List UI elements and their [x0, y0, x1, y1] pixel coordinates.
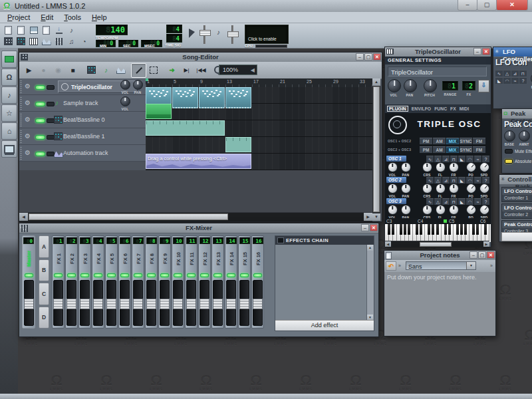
undo-button[interactable]: ↶: [386, 261, 396, 271]
channel-led[interactable]: [200, 273, 209, 277]
sidebar-instruments-button[interactable]: [1, 51, 17, 68]
waveform-button[interactable]: ?: [482, 156, 489, 162]
channel-fader[interactable]: [226, 280, 236, 326]
fx-channel-strip[interactable]: 4 FX 4: [92, 235, 104, 329]
waveform-button[interactable]: △: [434, 198, 442, 205]
track-grip[interactable]: [20, 80, 22, 93]
effects-chain-list[interactable]: ▲ ▼: [275, 245, 374, 321]
volume-knob[interactable]: [388, 79, 401, 92]
waveform-button[interactable]: ⊓: [450, 198, 458, 205]
tab-func[interactable]: FUNC: [434, 106, 447, 111]
channel-fader[interactable]: [80, 280, 90, 326]
song-editor-titlebar[interactable]: Song-Editor – ▢ ✕: [19, 53, 382, 63]
channel-fader[interactable]: [200, 280, 209, 326]
fader-handle[interactable]: [53, 299, 63, 309]
instrument-titlebar[interactable]: TripleOscillator – ✕: [385, 47, 491, 57]
keyboard-keys[interactable]: [385, 224, 491, 242]
minimize-button[interactable]: –: [458, 0, 477, 11]
mod-mode-button[interactable]: SYNC: [460, 138, 472, 144]
track-row-sample[interactable]: ⚙ ♪ Sample track VOL: [19, 95, 146, 112]
mod-mode-button[interactable]: SYNC: [460, 146, 472, 153]
menu-project[interactable]: Project: [3, 13, 35, 22]
notes-maximize-button[interactable]: ▢: [478, 251, 486, 259]
track-gear-icon[interactable]: ⚙: [25, 116, 31, 123]
channel-fader[interactable]: [160, 280, 170, 326]
toggle-controller-rack-button[interactable]: ◔: [78, 36, 90, 47]
scroll-left-icon[interactable]: ◀: [385, 241, 391, 247]
instrument-minimize-button[interactable]: –: [473, 48, 481, 55]
osc-coarse-knob[interactable]: [422, 205, 432, 215]
toggle-automation-editor-button[interactable]: [41, 36, 52, 47]
fx-channel-strip[interactable]: 8 FX 8: [145, 235, 158, 329]
hscroll-thumb[interactable]: [29, 213, 228, 220]
waveform-button[interactable]: ⊿: [442, 177, 450, 184]
fader-handle[interactable]: [120, 299, 130, 309]
new-project-button[interactable]: [3, 25, 14, 35]
fader-handle[interactable]: [200, 299, 209, 309]
channel-led[interactable]: [187, 273, 196, 277]
track-mute-led[interactable]: [35, 152, 45, 156]
open-project-button[interactable]: [15, 25, 27, 35]
channel-fader[interactable]: [239, 280, 249, 326]
mod-mode-button[interactable]: AM: [433, 138, 446, 144]
fader-handle[interactable]: [173, 299, 183, 309]
sample-segment[interactable]: [146, 104, 172, 119]
automation-segment[interactable]: Drag a control while pressing <Ctrl>: [146, 154, 251, 169]
track-row-automation[interactable]: ⚙ Automation track: [19, 145, 146, 162]
track-grip[interactable]: [20, 96, 22, 110]
group-d-button[interactable]: D: [39, 307, 49, 329]
track-volume-knob[interactable]: [120, 80, 130, 90]
app-titlebar[interactable]: Ω Untitled - LMMS 1.0.2 – ▢ ✕: [0, 0, 532, 13]
fx-channel-display[interactable]: 2: [462, 81, 475, 90]
fx-channel-strip[interactable]: 1 FX 1: [52, 235, 65, 329]
channel-led[interactable]: [67, 273, 76, 277]
fx-channel-strip[interactable]: 11 FX 11: [185, 235, 198, 329]
toggle-song-editor-button[interactable]: [3, 36, 14, 47]
pattern-lane[interactable]: Drag a control while pressing <Ctrl>: [146, 154, 372, 170]
osc-finel-knob[interactable]: [436, 205, 446, 215]
toggle-piano-roll-button[interactable]: [28, 36, 39, 47]
osc-vol-knob[interactable]: [388, 162, 398, 172]
overflow-chevron-icon[interactable]: »: [398, 263, 401, 268]
fader-handle[interactable]: [93, 299, 103, 309]
sidebar-favorites-button[interactable]: ☆: [1, 104, 17, 122]
track-solo-toggle[interactable]: [47, 152, 55, 156]
tab-midi[interactable]: MIDI: [460, 106, 469, 111]
export-project-button[interactable]: [41, 25, 52, 35]
fx-mixer-close-button[interactable]: ✕: [370, 224, 378, 231]
waveform-button[interactable]: ⊿: [511, 70, 519, 76]
osc-pan-knob[interactable]: [401, 205, 411, 215]
channel-fader[interactable]: [133, 280, 143, 326]
effects-chain-checkbox[interactable]: [277, 237, 284, 243]
track-row-bb1[interactable]: ⚙ Beat/Bassline 1: [19, 128, 146, 145]
sidebar-computer-button[interactable]: [1, 140, 17, 158]
channel-fader[interactable]: [53, 280, 63, 326]
osc-vol-knob[interactable]: [388, 205, 398, 215]
menu-tools[interactable]: Tools: [59, 13, 86, 22]
waveform-button[interactable]: ⊿: [442, 156, 450, 162]
pattern-lane[interactable]: [146, 87, 372, 104]
waveform-button[interactable]: ◣: [458, 198, 466, 205]
controller-item[interactable]: LFO ControllerController 1: [501, 187, 532, 202]
draw-mode-button[interactable]: [131, 63, 146, 78]
scroll-down-icon[interactable]: ▼: [372, 213, 380, 221]
notes-minimize-button[interactable]: –: [469, 251, 477, 259]
channel-led[interactable]: [107, 273, 116, 277]
save-preset-button[interactable]: ⇩: [478, 80, 489, 92]
track-grip[interactable]: [20, 146, 22, 160]
osc-finer-knob[interactable]: [449, 184, 459, 194]
mod-mode-button[interactable]: PM: [420, 146, 432, 153]
tab-fx[interactable]: FX: [450, 106, 456, 111]
waveform-button[interactable]: ≈: [511, 77, 519, 84]
fader-handle[interactable]: [133, 299, 143, 309]
track-mute-led[interactable]: [35, 118, 45, 123]
effects-chain-scrollbar[interactable]: ▲ ▼: [366, 245, 374, 321]
channel-fader[interactable]: [146, 280, 156, 326]
channel-fader[interactable]: [173, 280, 183, 326]
timesig-denominator-display[interactable]: 4: [166, 34, 182, 43]
track-grip[interactable]: [20, 113, 22, 126]
track-grip[interactable]: [20, 130, 22, 143]
song-editor-vscrollbar[interactable]: ▲ ▼: [372, 78, 380, 221]
font-combo[interactable]: ▼: [406, 261, 476, 270]
fx-channel-strip[interactable]: 14 FX 14: [225, 235, 237, 329]
